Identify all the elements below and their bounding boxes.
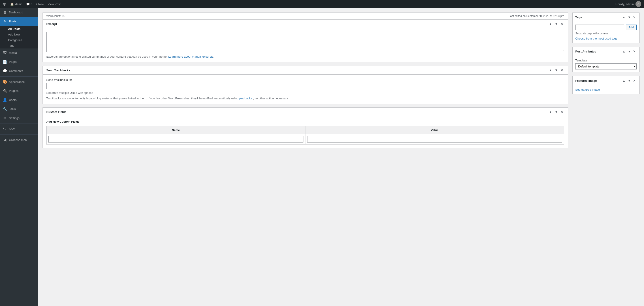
featured-image-close-btn[interactable]: ✕ (632, 78, 636, 83)
trackbacks-label: Send trackbacks to: (46, 78, 564, 82)
dashboard-icon: ⊞ (3, 10, 7, 15)
submenu-add-new[interactable]: Add New (0, 32, 38, 37)
tags-input[interactable] (575, 24, 624, 30)
howdy-label: Howdy, admin (616, 2, 634, 6)
post-attributes-down-btn[interactable]: ▼ (627, 49, 632, 54)
excerpt-down-btn[interactable]: ▼ (554, 22, 559, 26)
cf-name-input[interactable] (48, 136, 304, 143)
sidebar-item-settings[interactable]: ⚙ Settings (0, 114, 38, 123)
sidebar-item-plugins[interactable]: 🔌 Plugins (0, 86, 38, 95)
aam-icon: 🛡 (3, 127, 7, 132)
post-attributes-close-btn[interactable]: ✕ (632, 49, 636, 54)
sidebar-media-label: Media (9, 51, 35, 55)
custom-fields-down-btn[interactable]: ▼ (554, 110, 559, 114)
sidebar-item-comments[interactable]: 💬 Comments (0, 67, 38, 75)
featured-image-up-btn[interactable]: ▲ (622, 78, 626, 83)
adminbar-view-post[interactable]: View Post (48, 2, 61, 6)
sidebar-posts-label: Posts (9, 19, 35, 23)
tools-icon: 🔧 (3, 107, 7, 112)
trackbacks-desc: Trackbacks are a way to notify legacy bl… (46, 97, 564, 100)
featured-image-title: Featured image (575, 79, 597, 82)
sidebar-aam-label: AAM (9, 127, 35, 131)
view-post-label: View Post (48, 2, 61, 6)
settings-icon: ⚙ (3, 116, 7, 121)
sidebar-item-appearance[interactable]: 🎨 Appearance (0, 78, 38, 86)
excerpt-metabox-header[interactable]: Excerpt ▲ ▼ ✕ (43, 20, 568, 28)
trackbacks-up-btn[interactable]: ▲ (548, 68, 553, 72)
pingbacks-link[interactable]: pingbacks (239, 97, 252, 100)
set-featured-image-link[interactable]: Set featured image (575, 88, 600, 91)
trackbacks-close-btn[interactable]: ✕ (560, 68, 564, 72)
custom-fields-title: Custom Fields (46, 110, 66, 114)
table-row (46, 134, 564, 145)
sidebar-item-dashboard[interactable]: ⊞ Dashboard (0, 8, 38, 17)
post-attributes-widget: Post Attributes ▲ ▼ ✕ Template Default t… (572, 47, 640, 72)
site-name-label: demo (15, 2, 22, 6)
sidebar-settings-label: Settings (9, 116, 35, 120)
trackbacks-input[interactable] (46, 83, 564, 89)
featured-image-widget: Featured image ▲ ▼ ✕ Set featured image (572, 76, 640, 94)
custom-fields-up-btn[interactable]: ▲ (548, 110, 553, 114)
tags-down-btn[interactable]: ▼ (627, 15, 632, 19)
tags-widget: Tags ▲ ▼ ✕ Add Separate tags with commas (572, 12, 640, 43)
new-label: + New (36, 2, 44, 6)
tags-add-button[interactable]: Add (626, 24, 636, 30)
sidebar-item-users[interactable]: 👤 Users (0, 96, 38, 105)
comments-count: 0 (31, 2, 32, 6)
template-select[interactable]: Default template (575, 63, 636, 69)
plugins-icon: 🔌 (3, 88, 7, 93)
pages-icon: 📄 (3, 59, 7, 64)
adminbar-comments[interactable]: 💬 0 (26, 2, 32, 6)
tags-close-btn[interactable]: ✕ (632, 15, 636, 19)
custom-fields-metabox: Custom Fields ▲ ▼ ✕ Add New Custom Field… (42, 107, 568, 148)
house-icon: 🏠 (10, 2, 14, 6)
word-count: Word count: 15 (46, 14, 64, 18)
sidebar-tools-label: Tools (9, 107, 35, 111)
comment-bubble-icon: 💬 (26, 2, 30, 6)
adminbar-new[interactable]: + New (36, 2, 44, 6)
tags-choose-link[interactable]: Choose from the most used tags (575, 37, 636, 40)
collapse-label: Collapse menu (9, 138, 35, 142)
submenu-categories[interactable]: Categories (0, 37, 38, 43)
post-attributes-up-btn[interactable]: ▲ (622, 49, 626, 54)
post-attributes-header[interactable]: Post Attributes ▲ ▼ ✕ (572, 47, 639, 56)
featured-image-header[interactable]: Featured image ▲ ▼ ✕ (572, 76, 639, 85)
trackbacks-title: Send Trackbacks (46, 69, 70, 72)
tags-sep-text: Separate tags with commas (575, 32, 636, 35)
excerpt-textarea[interactable] (46, 32, 564, 52)
template-label: Template (575, 59, 636, 62)
sidebar-comments-label: Comments (9, 69, 35, 73)
custom-fields-close-btn[interactable]: ✕ (560, 110, 564, 114)
excerpt-title: Excerpt (46, 22, 57, 26)
excerpt-learn-more-link[interactable]: Learn more about manual excerpts (168, 55, 214, 58)
excerpt-close-btn[interactable]: ✕ (560, 22, 564, 26)
trackbacks-down-btn[interactable]: ▼ (554, 68, 559, 72)
wp-logo-icon[interactable]: ⊕ (3, 1, 6, 7)
submenu-tags[interactable]: Tags (0, 43, 38, 48)
sidebar-plugins-label: Plugins (9, 89, 35, 93)
sidebar-appearance-label: Appearance (9, 80, 35, 84)
trackbacks-sep: Separate multiple URLs with spaces (46, 91, 564, 95)
post-attributes-title: Post Attributes (575, 50, 596, 53)
users-icon: 👤 (3, 98, 7, 103)
sidebar-item-pages[interactable]: 📄 Pages (0, 57, 38, 66)
sidebar-item-media[interactable]: 🖼 Media (0, 48, 38, 57)
cf-value-input[interactable] (307, 136, 562, 143)
custom-fields-add-label: Add New Custom Field: (46, 120, 564, 123)
adminbar-site[interactable]: 🏠 demo (10, 2, 22, 6)
excerpt-up-btn[interactable]: ▲ (548, 22, 553, 26)
collapse-menu[interactable]: ◀ Collapse menu (0, 136, 38, 145)
submenu-all-posts[interactable]: All Posts (0, 26, 38, 32)
sidebar-item-aam[interactable]: 🛡 AAM (0, 125, 38, 134)
trackbacks-metabox-header[interactable]: Send Trackbacks ▲ ▼ ✕ (43, 66, 568, 75)
sidebar-item-posts[interactable]: ✎ Posts (0, 17, 38, 26)
trackbacks-metabox: Send Trackbacks ▲ ▼ ✕ Send trackbacks to… (42, 66, 568, 104)
cf-value-col: Value (305, 126, 564, 134)
featured-image-down-btn[interactable]: ▼ (627, 78, 632, 83)
tags-widget-header[interactable]: Tags ▲ ▼ ✕ (572, 13, 639, 22)
tags-up-btn[interactable]: ▲ (622, 15, 626, 19)
last-edited: Last edited on September 8, 2023 at 12:2… (508, 14, 564, 18)
appearance-icon: 🎨 (3, 80, 7, 84)
custom-fields-metabox-header[interactable]: Custom Fields ▲ ▼ ✕ (43, 108, 568, 116)
sidebar-item-tools[interactable]: 🔧 Tools (0, 105, 38, 114)
